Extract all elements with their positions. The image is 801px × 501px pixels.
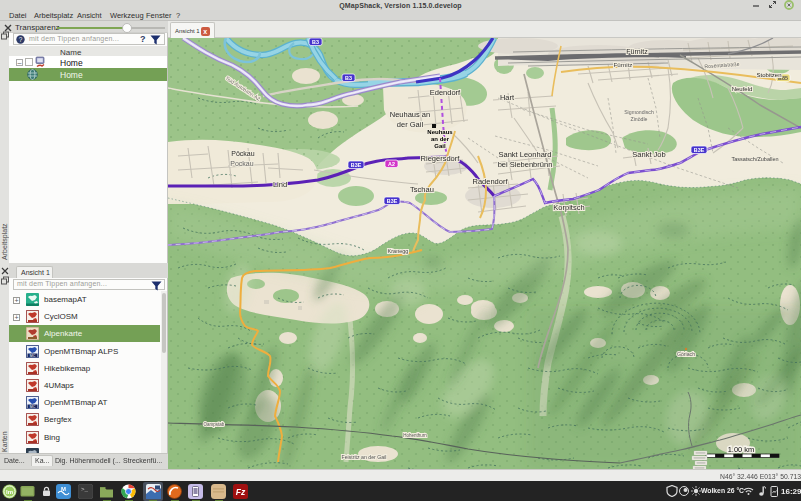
svg-text:an der: an der <box>431 136 450 142</box>
svg-text:Tschau: Tschau <box>410 185 434 194</box>
svg-text:Feistritz an der Gail: Feistritz an der Gail <box>342 454 387 460</box>
svg-text:Riegersdorf: Riegersdorf <box>421 154 461 163</box>
svg-text:1.00 km: 1.00 km <box>728 445 755 454</box>
svg-text:Fürnitz: Fürnitz <box>614 61 633 68</box>
svg-text:Tassatsch/Zuballen: Tassatsch/Zuballen <box>731 156 778 162</box>
svg-text:B3: B3 <box>345 75 352 81</box>
svg-text:Neuhaus: Neuhaus <box>427 129 453 135</box>
svg-text:B3E: B3E <box>351 162 362 168</box>
svg-text:Zinödle: Zinödle <box>630 116 647 122</box>
svg-text:Sankt Leonhard: Sankt Leonhard <box>499 150 552 159</box>
svg-text:Pöckau: Pöckau <box>231 150 254 157</box>
svg-text:Göriach: Göriach <box>677 351 695 357</box>
svg-text:Stobitzen: Stobitzen <box>756 72 781 78</box>
svg-text:Korpitsch: Korpitsch <box>553 203 584 212</box>
svg-text:Radendorf: Radendorf <box>472 177 508 186</box>
svg-text:Edendorf: Edendorf <box>430 88 461 97</box>
svg-text:Sigmondisch: Sigmondisch <box>624 109 654 115</box>
svg-text:B3E: B3E <box>694 147 705 153</box>
svg-text:A2: A2 <box>388 161 395 167</box>
svg-text:lm: lm <box>6 489 13 495</box>
svg-text:Neufeld: Neufeld <box>732 86 753 92</box>
svg-text:M: M <box>61 486 66 492</box>
svg-text:MC: MC <box>30 353 36 357</box>
svg-text:Sankt Job: Sankt Job <box>632 150 665 159</box>
svg-text:Fz: Fz <box>236 487 246 497</box>
svg-text:Oampstab: Oampstab <box>204 422 225 427</box>
svg-text:>_: >_ <box>81 486 89 493</box>
svg-text:Fürnitz: Fürnitz <box>626 48 648 55</box>
svg-text:Neuhaus an: Neuhaus an <box>390 110 430 119</box>
svg-text:B3E: B3E <box>387 198 398 204</box>
svg-text:bei Siebenbrünn: bei Siebenbrünn <box>498 160 553 169</box>
svg-text:Hart: Hart <box>500 93 515 102</box>
svg-text:der Gail: der Gail <box>397 120 424 129</box>
svg-text:Hohenthurn: Hohenthurn <box>403 433 427 438</box>
svg-text:MC: MC <box>30 405 36 409</box>
svg-text:Pockau: Pockau <box>230 160 253 167</box>
svg-text:Lind: Lind <box>273 180 287 189</box>
svg-text:Gail: Gail <box>434 143 446 149</box>
svg-text:?: ? <box>19 36 23 43</box>
svg-text:B3: B3 <box>312 39 319 45</box>
svg-text:Kranegg: Kranegg <box>388 248 409 254</box>
